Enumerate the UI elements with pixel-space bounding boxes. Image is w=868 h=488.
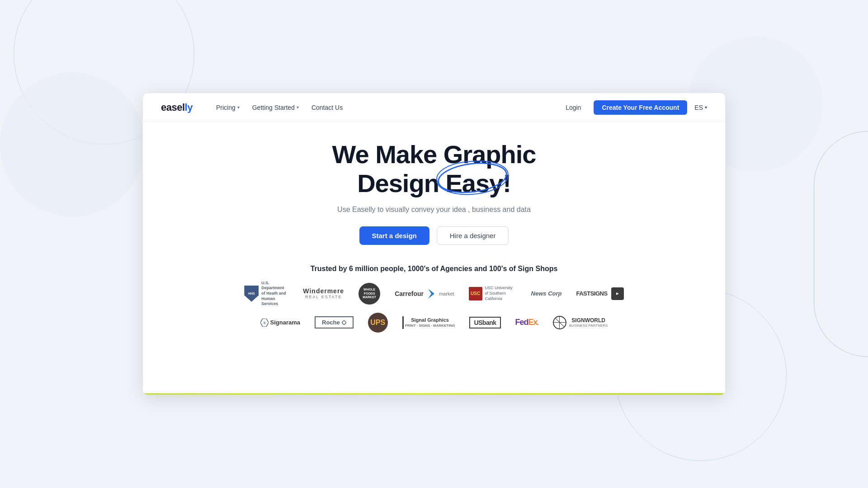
hhs-shield-icon: HHS (244, 286, 259, 302)
logo-signworld: SIGNWORLD BUSINESS PARTNERS (553, 313, 608, 333)
logo-carrefour: Carrefour market (395, 284, 454, 304)
nav-links: Pricing ▾ Getting Started ▾ Contact Us (211, 101, 560, 114)
logo-windermere: Windermere REAL ESTATE (303, 284, 344, 304)
main-window: easelly Pricing ▾ Getting Started ▾ Cont… (142, 93, 726, 395)
logo-usc: USC USC University of Southern Californi… (469, 284, 517, 304)
hero-buttons: Start a design Hire a designer (359, 226, 509, 245)
hero-title: We Make Graphic Design Easy! (332, 140, 536, 198)
login-button[interactable]: Login (560, 101, 586, 114)
chevron-down-icon: ▾ (297, 105, 299, 110)
logo-usbank: USbank (469, 313, 500, 333)
create-account-button[interactable]: Create Your Free Account (594, 100, 687, 115)
hero-subtitle: Use Easelly to visually convey your idea… (337, 206, 531, 214)
chevron-down-icon: ▾ (705, 105, 707, 110)
logo-fedex: FedEx. (515, 313, 538, 333)
nav-item-pricing[interactable]: Pricing ▾ (211, 101, 245, 114)
carrefour-arrow-icon (426, 289, 436, 299)
nav-item-getting-started[interactable]: Getting Started ▾ (247, 101, 304, 114)
chevron-down-icon: ▾ (237, 105, 240, 110)
nav-item-contact[interactable]: Contact Us (306, 101, 348, 114)
logo-newscorp: News Corp (531, 284, 562, 304)
logo-signarama: S Signarama (260, 313, 300, 333)
signarama-icon: S (260, 319, 269, 327)
svg-marker-1 (428, 289, 434, 299)
svg-marker-4 (342, 320, 346, 325)
logo-wholefoods: WHOLEFOODSMARKET (359, 284, 380, 304)
nav-right: Login Create Your Free Account ES ▾ (560, 100, 707, 115)
svg-text:S: S (263, 321, 265, 324)
start-design-button[interactable]: Start a design (359, 226, 429, 245)
logo-roche: Roche (315, 313, 354, 333)
hero-section: We Make Graphic Design Easy! Use Easelly… (143, 122, 725, 254)
logos-row-2: S Signarama Roche UPS (161, 313, 707, 333)
bg-decoration-circle-2 (0, 72, 145, 217)
bg-decoration-right-arc (814, 131, 868, 357)
easy-word: Easy! (445, 169, 510, 198)
logo-signalgraphics: Signal Graphics PRINT · SIGNS · MARKETIN… (402, 313, 455, 333)
logo-hhs: HHS U.S. Department of Heath and Human S… (244, 284, 288, 304)
logo-fastsigns: FASTSIGNS ▶ (576, 284, 623, 304)
logo[interactable]: easelly (161, 102, 193, 113)
roche-arrow-icon (342, 320, 346, 325)
logos-row-1: HHS U.S. Department of Heath and Human S… (161, 284, 707, 304)
hire-designer-button[interactable]: Hire a designer (437, 226, 509, 245)
trust-title: Trusted by 6 million people, 1000's of A… (161, 265, 707, 273)
navbar: easelly Pricing ▾ Getting Started ▾ Cont… (143, 93, 725, 122)
logo-accent: ly (185, 102, 193, 113)
trust-section: Trusted by 6 million people, 1000's of A… (143, 254, 725, 351)
logo-ups: UPS (368, 313, 388, 333)
language-selector[interactable]: ES ▾ (694, 104, 707, 111)
